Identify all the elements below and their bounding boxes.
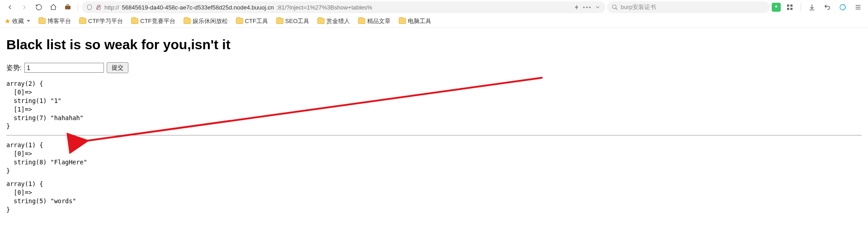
svg-rect-5: [787, 5, 789, 7]
output-block-1: array(2) { [0]=> string(1) "1" [1]=> str…: [6, 79, 862, 130]
forward-button[interactable]: [18, 1, 31, 14]
folder-icon: [276, 18, 283, 24]
bookmark-item[interactable]: 赏金猎人: [317, 17, 350, 25]
svg-rect-8: [790, 8, 793, 10]
extension-icon-2[interactable]: [836, 1, 849, 14]
url-path: :81/?inject=1%27%3Bshow+tables%: [277, 4, 373, 11]
inject-form: 姿势: 提交: [6, 62, 862, 73]
briefcase-icon[interactable]: [61, 1, 74, 14]
bookmarks-bar: ★ 收藏 博客平台 CTF学习平台 CTF竞赛平台 娱乐休闲放松 CTF工具 S…: [0, 14, 868, 28]
bookmark-label: 赏金猎人: [326, 17, 350, 25]
bookmark-item[interactable]: 博客平台: [38, 17, 71, 25]
download-icon[interactable]: [806, 1, 818, 14]
inject-input[interactable]: [24, 63, 104, 73]
bookmark-item[interactable]: 娱乐休闲放松: [184, 17, 228, 25]
folder-icon: [79, 18, 86, 24]
grid-icon[interactable]: [783, 1, 796, 14]
menu-icon[interactable]: [852, 1, 864, 14]
bookmark-item[interactable]: CTF工具: [236, 17, 268, 25]
bookmark-label: SEO工具: [285, 17, 309, 25]
url-scheme: http://: [104, 4, 119, 11]
bookmark-label: CTF学习平台: [88, 17, 123, 25]
svg-rect-6: [790, 5, 793, 7]
search-box[interactable]: burp安装证书: [607, 1, 770, 13]
separator: [6, 135, 862, 135]
bookmark-label: CTF工具: [245, 17, 268, 25]
chevron-down-icon: [27, 20, 30, 22]
folder-icon: [317, 18, 325, 24]
favorites-label: 收藏: [12, 17, 24, 25]
submit-button[interactable]: 提交: [107, 62, 128, 73]
star-icon: ★: [5, 17, 10, 25]
bookmark-label: 博客平台: [47, 17, 71, 25]
back-button[interactable]: [4, 1, 16, 14]
lock-broken-icon: [95, 4, 102, 10]
page-content: Black list is so weak for you,isn't it 姿…: [0, 28, 868, 224]
divider: [78, 3, 78, 11]
bookmark-item[interactable]: CTF竞赛平台: [131, 17, 175, 25]
folder-icon: [236, 18, 243, 24]
output-block-2: array(1) { [0]=> string(8) "FlagHere" }: [6, 141, 862, 175]
bookmark-label: CTF竞赛平台: [140, 17, 175, 25]
folder-icon: [399, 18, 406, 24]
bookmark-item[interactable]: SEO工具: [276, 17, 309, 25]
bookmark-label: 精品文章: [367, 17, 391, 25]
output-block-3: array(1) { [0]=> string(5) "words" }: [6, 180, 862, 214]
favorites-button[interactable]: ★ 收藏: [5, 17, 30, 25]
toolbar-right: [772, 1, 864, 14]
lightning-icon[interactable]: [574, 4, 580, 10]
svg-line-4: [616, 8, 618, 10]
browser-toolbar: http://56845619-da40-458c-ae7c-d533ef58d…: [0, 0, 868, 14]
svg-line-2: [96, 5, 100, 9]
reload-button[interactable]: [33, 1, 45, 14]
folder-icon: [358, 18, 365, 24]
divider: [801, 3, 801, 11]
search-icon: [612, 4, 618, 10]
svg-point-3: [613, 5, 616, 9]
folder-icon: [131, 18, 138, 24]
home-button[interactable]: [47, 1, 60, 14]
form-label: 姿势:: [6, 64, 22, 72]
bookmark-item[interactable]: CTF学习平台: [79, 17, 123, 25]
address-bar[interactable]: http://56845619-da40-458c-ae7c-d533ef58d…: [82, 1, 605, 13]
svg-rect-0: [65, 6, 71, 9]
search-text: burp安装证书: [621, 3, 656, 11]
folder-icon: [38, 18, 46, 24]
folder-icon: [184, 18, 191, 24]
shield-icon: [86, 4, 93, 10]
chevron-down-icon[interactable]: [594, 4, 601, 10]
url-host: 56845619-da40-458c-ae7c-d533ef58d25d.nod…: [122, 4, 274, 11]
bookmark-item[interactable]: 精品文章: [358, 17, 391, 25]
extension-icon-1[interactable]: [772, 3, 781, 12]
bookmark-item[interactable]: 电脑工具: [399, 17, 431, 25]
page-title: Black list is so weak for you,isn't it: [6, 37, 862, 52]
undo-icon[interactable]: [821, 1, 834, 14]
bookmark-label: 娱乐休闲放松: [193, 17, 228, 25]
svg-rect-7: [787, 8, 789, 10]
bookmark-label: 电脑工具: [408, 17, 431, 25]
more-icon[interactable]: •••: [583, 4, 592, 11]
